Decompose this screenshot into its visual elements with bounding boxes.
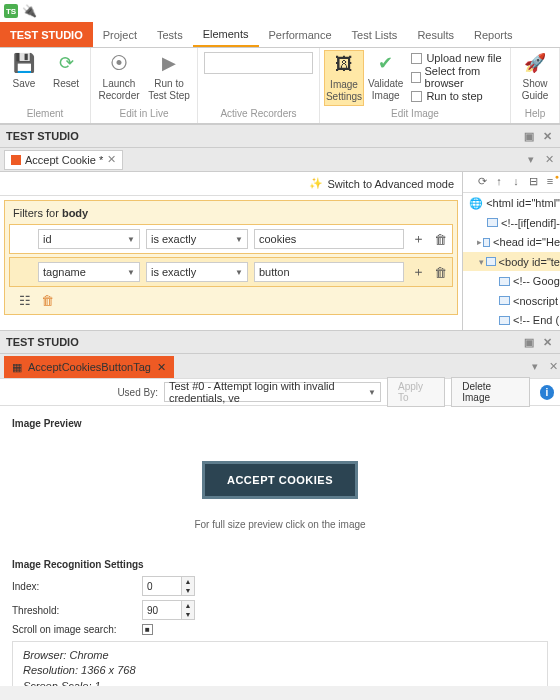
index-label: Index: bbox=[12, 581, 132, 592]
save-button[interactable]: 💾Save bbox=[4, 50, 44, 92]
wand-icon: ✨ bbox=[309, 177, 323, 190]
usedby-select[interactable]: Test #0 - Attempt login with invalid cre… bbox=[164, 382, 381, 402]
ribbon: 💾Save ⟳Reset Element ⦿Launch Recorder ▶R… bbox=[0, 48, 560, 124]
tree-icon[interactable]: ⊟ bbox=[526, 175, 540, 189]
tabstrip-close-icon[interactable]: ✕ bbox=[542, 153, 556, 167]
group-element-label: Element bbox=[4, 108, 86, 121]
filter-val-1[interactable]: button bbox=[254, 262, 404, 282]
maximize-icon[interactable]: ▣ bbox=[522, 335, 536, 349]
filter-op-0[interactable]: is exactly▼ bbox=[146, 229, 248, 249]
reset-button[interactable]: ⟳Reset bbox=[46, 50, 86, 92]
run-step-button[interactable]: Run to step bbox=[411, 90, 502, 102]
show-guide-button[interactable]: 🚀Show Guide bbox=[515, 50, 555, 104]
index-up[interactable]: ▲ bbox=[182, 577, 194, 586]
refresh-icon[interactable]: ⟳ bbox=[475, 175, 489, 189]
filter-val-0[interactable]: cookies bbox=[254, 229, 404, 249]
filter-row-1: tagname▼ is exactly▼ button ＋ 🗑 bbox=[9, 257, 453, 287]
up-icon[interactable]: ↑ bbox=[492, 175, 506, 189]
accept-cookies-preview[interactable]: ACCEPT COOKIES bbox=[202, 461, 358, 499]
group-editlive-label: Edit in Live bbox=[95, 108, 193, 121]
down-icon[interactable]: ↓ bbox=[509, 175, 523, 189]
index-input[interactable] bbox=[142, 576, 182, 596]
filter-attr-1[interactable]: tagname▼ bbox=[38, 262, 140, 282]
filter-attr-0[interactable]: id▼ bbox=[38, 229, 140, 249]
menu-results[interactable]: Results bbox=[407, 22, 464, 47]
dom-body[interactable]: ▾<body id="te bbox=[463, 252, 560, 272]
dom-comment-1[interactable]: <!-- Goog bbox=[463, 271, 560, 291]
thresh-up[interactable]: ▲ bbox=[182, 601, 194, 610]
doc-tab-accept-cookie[interactable]: Accept Cookie * ✕ bbox=[4, 150, 123, 170]
panel2-header: TEST STUDIO ▣ ✕ bbox=[0, 330, 560, 354]
recog-header: Image Recognition Settings bbox=[12, 559, 548, 570]
delete-filter-icon[interactable]: 🗑 bbox=[432, 264, 448, 280]
doc-tab-icon bbox=[11, 155, 21, 165]
node-icon bbox=[483, 238, 490, 247]
panel1-header: TEST STUDIO ▣ ✕ bbox=[0, 124, 560, 148]
save-icon: 💾 bbox=[12, 52, 36, 76]
scroll-checkbox[interactable]: ■ bbox=[142, 624, 153, 635]
info-icon[interactable]: i bbox=[540, 385, 554, 400]
menu-brand[interactable]: TEST STUDIO bbox=[0, 22, 93, 47]
info-box: Browser: Chrome Resolution: 1366 x 768 S… bbox=[12, 641, 548, 686]
filter-row-0: id▼ is exactly▼ cookies ＋ 🗑 bbox=[9, 224, 453, 254]
record-icon: ⦿ bbox=[107, 52, 131, 76]
group-help-label: Help bbox=[515, 108, 555, 121]
close-tab-icon[interactable]: ✕ bbox=[107, 153, 116, 166]
active-recorders-combo[interactable] bbox=[204, 52, 313, 74]
filter-op-1[interactable]: is exactly▼ bbox=[146, 262, 248, 282]
maximize-icon[interactable]: ▣ bbox=[522, 129, 536, 143]
index-down[interactable]: ▼ bbox=[182, 586, 194, 595]
usedby-label: Used By: bbox=[6, 387, 158, 398]
node-icon bbox=[499, 277, 510, 286]
image-settings-button[interactable]: 🖼Image Settings bbox=[324, 50, 364, 106]
node-icon bbox=[487, 218, 498, 227]
run-icon: ▶ bbox=[157, 52, 181, 76]
thresh-down[interactable]: ▼ bbox=[182, 610, 194, 619]
tag-tab[interactable]: ▦ AcceptCookiesButtonTag ✕ bbox=[4, 356, 174, 378]
filter-tree-icon[interactable]: ☷ bbox=[17, 292, 33, 308]
node-icon bbox=[486, 257, 496, 266]
tag-menu-icon[interactable]: ▾ bbox=[528, 359, 542, 373]
tag-close-icon[interactable]: ✕ bbox=[546, 359, 560, 373]
dom-head[interactable]: ▸<head id="He bbox=[463, 232, 560, 252]
apply-to-button[interactable]: Apply To bbox=[387, 377, 445, 407]
dom-comment-0[interactable]: <!--[if[endif]- bbox=[463, 213, 560, 233]
list-icon[interactable]: ≡● bbox=[543, 175, 557, 189]
dom-pane: ⟳ ↑ ↓ ⊟ ≡● 🌐<html id="html" <!--[if[endi… bbox=[462, 172, 560, 330]
group-active-recorders-label: Active Recorders bbox=[202, 108, 315, 121]
node-icon bbox=[499, 296, 510, 305]
menu-testlists[interactable]: Test Lists bbox=[342, 22, 408, 47]
rocket-icon: 🚀 bbox=[523, 52, 547, 76]
menu-performance[interactable]: Performance bbox=[259, 22, 342, 47]
tag-tab-icon: ▦ bbox=[12, 361, 22, 374]
dom-comment-2[interactable]: <!-- End ( bbox=[463, 310, 560, 330]
menu-tests[interactable]: Tests bbox=[147, 22, 193, 47]
usedby-bar: Used By: Test #0 - Attempt login with in… bbox=[0, 378, 560, 406]
add-filter-icon[interactable]: ＋ bbox=[410, 231, 426, 247]
threshold-input[interactable] bbox=[142, 600, 182, 620]
select-browser-button[interactable]: Select from browser bbox=[411, 65, 502, 89]
close-icon[interactable]: ✕ bbox=[540, 335, 554, 349]
advanced-mode-link[interactable]: Switch to Advanced mode bbox=[327, 178, 454, 190]
launch-recorder-button[interactable]: ⦿Launch Recorder bbox=[95, 50, 143, 104]
group-edit-image-label: Edit Image bbox=[324, 108, 506, 121]
add-filter-icon[interactable]: ＋ bbox=[410, 264, 426, 280]
tabstrip-menu-icon[interactable]: ▾ bbox=[524, 153, 538, 167]
delete-filter-icon[interactable]: 🗑 bbox=[432, 231, 448, 247]
menu-reports[interactable]: Reports bbox=[464, 22, 523, 47]
dom-noscript[interactable]: <noscript bbox=[463, 291, 560, 311]
filter-trash-icon[interactable]: 🗑 bbox=[39, 292, 55, 308]
close-icon[interactable]: ✕ bbox=[540, 129, 554, 143]
image-settings-icon: 🖼 bbox=[332, 53, 356, 77]
plug-icon: 🔌 bbox=[22, 4, 37, 18]
threshold-label: Threshold: bbox=[12, 605, 132, 616]
menu-project[interactable]: Project bbox=[93, 22, 147, 47]
upload-file-button[interactable]: Upload new file bbox=[411, 52, 502, 64]
validate-image-button[interactable]: ✔Validate Image bbox=[366, 50, 405, 104]
delete-image-button[interactable]: Delete Image bbox=[451, 377, 530, 407]
close-tag-icon[interactable]: ✕ bbox=[157, 361, 166, 374]
menu-elements[interactable]: Elements bbox=[193, 22, 259, 47]
preview-hint: For full size preview click on the image bbox=[194, 519, 365, 530]
run-to-step-button[interactable]: ▶Run to Test Step bbox=[145, 50, 193, 104]
dom-html[interactable]: 🌐<html id="html" bbox=[463, 193, 560, 213]
